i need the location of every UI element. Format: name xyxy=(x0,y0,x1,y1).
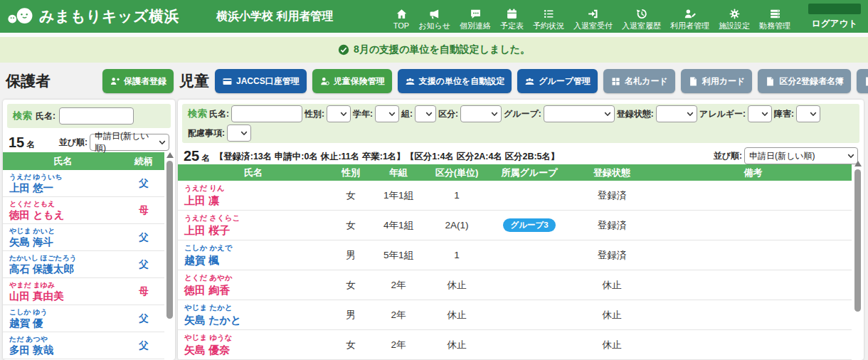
children-scrollbar[interactable] xyxy=(853,161,862,312)
nav-item-checkin[interactable]: 入退室受付 xyxy=(573,8,613,30)
nav-item-schedule[interactable]: 予定表 xyxy=(500,8,524,30)
gear-icon xyxy=(729,8,741,20)
guardian-name-input[interactable] xyxy=(59,107,134,125)
guardians-panel: 検索 氏名: 15 名 並び順: 申請日(新しい順) 氏名 続柄 うえだ ゆうい… xyxy=(3,100,175,360)
name-tag-card-button[interactable]: 名札カード xyxy=(603,69,675,93)
grade-select[interactable] xyxy=(375,105,399,122)
filter-grade-label: 学年: xyxy=(353,108,373,120)
filter-group-label: グループ: xyxy=(504,108,541,120)
column-sex: 性別 xyxy=(329,166,373,179)
guardian-row[interactable]: こしか ゆう越賀 優 父 xyxy=(3,305,164,332)
guardian-name: 多田 敦哉 xyxy=(9,344,123,357)
children-table-header: 氏名 性別 年組 区分(単位) 所属グループ 登録状態 備考 xyxy=(178,164,852,181)
nav-item-reservations[interactable]: 予約状況 xyxy=(533,8,564,30)
status-select[interactable] xyxy=(656,105,697,122)
megaphone-icon xyxy=(428,8,440,20)
guardian-name: 上田 悠一 xyxy=(9,181,123,195)
nav-label: お知らせ xyxy=(418,22,450,30)
nav-item-users[interactable]: 利用者管理 xyxy=(670,8,709,30)
child-row[interactable]: やじま たかと矢島 たかと 男 2年 休止 休止 xyxy=(178,300,852,330)
child-sex: 男 xyxy=(329,249,373,262)
search-label: 検索 xyxy=(13,110,32,122)
group-manage-button[interactable]: グループ管理 xyxy=(517,69,598,93)
child-name: 越賀 楓 xyxy=(184,253,329,268)
child-kana: とくだ あやか xyxy=(184,273,329,283)
guardian-row[interactable]: やまだ まゆみ山田 真由美 母 xyxy=(3,278,164,305)
group-select[interactable] xyxy=(544,105,615,122)
scrollbar-thumb[interactable] xyxy=(166,161,173,319)
chat-icon xyxy=(470,8,482,20)
scrollbar-thumb[interactable] xyxy=(854,169,861,312)
guardian-row[interactable]: ただ あつや多田 敦哉 父 xyxy=(3,332,164,359)
child-kana: こしか かえで xyxy=(184,243,329,253)
column-grade: 年組 xyxy=(373,166,424,179)
nav-item-settings[interactable]: 施設設定 xyxy=(719,8,750,30)
child-row[interactable]: こしか かえで越賀 楓 男 5年1組 1 登録済 xyxy=(178,240,852,270)
guardian-name: 山田 真由美 xyxy=(9,290,123,303)
guardian-row[interactable]: たかいし ほごたろう高石 保護太郎 父 xyxy=(3,251,164,278)
column-name: 氏名 xyxy=(3,155,123,168)
filter-status-label: 登録状態: xyxy=(617,108,654,120)
logout-button[interactable]: ログアウト xyxy=(808,4,861,30)
child-row[interactable]: うえだ りん上田 凛 女 1年1組 1 登録済 xyxy=(178,181,852,211)
guardians-header: 保護者 保護者登録 xyxy=(6,69,174,93)
usage-card-button[interactable]: 利用カード xyxy=(681,69,753,93)
doc-icon xyxy=(765,76,776,87)
category2-roster-button[interactable]: 区分2登録者名簿 xyxy=(758,69,851,93)
child-status: 登録済 xyxy=(569,189,655,202)
child-row[interactable]: うえだ さくらこ上田 桜子 女 4年1組 2A(1) グループ3 登録済 xyxy=(178,211,852,240)
nav-label: 予約状況 xyxy=(533,22,564,30)
page-title: 横浜小学校 利用者管理 xyxy=(216,9,333,24)
nav-item-news[interactable]: お知らせ xyxy=(418,8,450,30)
notice-text: 8月の支援の単位を自動設定しました。 xyxy=(354,43,530,56)
category-select[interactable] xyxy=(460,105,502,122)
nav-item-shift[interactable]: 勤務管理 xyxy=(759,8,790,30)
child-name: 上田 桜子 xyxy=(184,223,329,238)
enter-icon xyxy=(587,8,599,20)
disability-select[interactable] xyxy=(796,105,820,122)
guardian-row[interactable]: とくだ ともえ徳田 ともえ 母 xyxy=(3,197,164,224)
nav-item-history[interactable]: 入退室履歴 xyxy=(622,8,661,30)
button-label: 児童保険管理 xyxy=(334,75,385,88)
child-kana: やじま たかと xyxy=(184,303,329,313)
brand[interactable]: みまもりキッズ横浜 xyxy=(7,6,179,26)
guardian-row[interactable]: やじま かいと矢島 海斗 父 xyxy=(3,224,164,251)
brand-name: みまもりキッズ横浜 xyxy=(39,6,179,26)
children-sort-select[interactable]: 申請日(新しい順) xyxy=(744,147,858,164)
allergy-select[interactable] xyxy=(748,105,772,122)
jaccs-account-button[interactable]: JACCS口座管理 xyxy=(215,69,307,93)
guardians-sort-select[interactable]: 申請日(新しい順) xyxy=(90,134,169,151)
child-name-input[interactable] xyxy=(231,105,302,122)
guardians-scrollbar[interactable] xyxy=(165,152,174,319)
nav-label: 利用者管理 xyxy=(670,22,709,30)
children-header: 児童 JACCS口座管理 児童保険管理 支援の単位を自動設定 グループ管理 名札… xyxy=(179,69,864,93)
child-status: 登録済 xyxy=(569,219,655,232)
column-relation: 続柄 xyxy=(123,155,164,168)
filter-allergy-label: アレルギー: xyxy=(699,108,746,120)
auto-set-units-button[interactable]: 支援の単位を自動設定 xyxy=(398,69,512,93)
child-insurance-button[interactable]: 児童保険管理 xyxy=(312,69,392,93)
child-category: 休止 xyxy=(424,279,489,292)
guardian-kana: やまだ まゆみ xyxy=(9,280,123,290)
class-select[interactable] xyxy=(415,105,436,122)
notice-bar: 8月の支援の単位を自動設定しました。 xyxy=(0,37,868,63)
care-select[interactable] xyxy=(227,125,251,142)
child-name: 上田 凛 xyxy=(184,194,329,208)
doc-icon xyxy=(688,76,699,87)
child-row[interactable]: とくだ あやか徳田 絢香 女 2年 休止 休止 xyxy=(178,270,852,300)
sex-select[interactable] xyxy=(327,105,351,122)
nav-item-top[interactable]: TOP xyxy=(393,8,409,30)
guardian-row[interactable]: うえだ ゆういち上田 悠一 父 xyxy=(3,170,164,197)
children-roster-button[interactable]: 児童名簿 xyxy=(857,69,868,93)
scroll-up-icon[interactable] xyxy=(166,152,174,158)
child-status: 休止 xyxy=(569,279,655,292)
child-row[interactable]: やじま ゆうな矢島 優奈 女 2年 休止 休止 xyxy=(178,330,852,360)
filter-category-label: 区分: xyxy=(438,108,458,120)
app-window: みまもりキッズ横浜 横浜小学校 利用者管理 TOP お知らせ 個別連絡 予定表 xyxy=(0,0,868,360)
child-sex: 女 xyxy=(329,219,373,232)
child-grade: 1年1組 xyxy=(373,189,424,202)
scroll-up-icon[interactable] xyxy=(854,161,862,166)
guardian-register-button[interactable]: 保護者登録 xyxy=(102,69,174,93)
guardians-title: 保護者 xyxy=(6,71,51,91)
nav-item-contact[interactable]: 個別連絡 xyxy=(460,8,491,30)
